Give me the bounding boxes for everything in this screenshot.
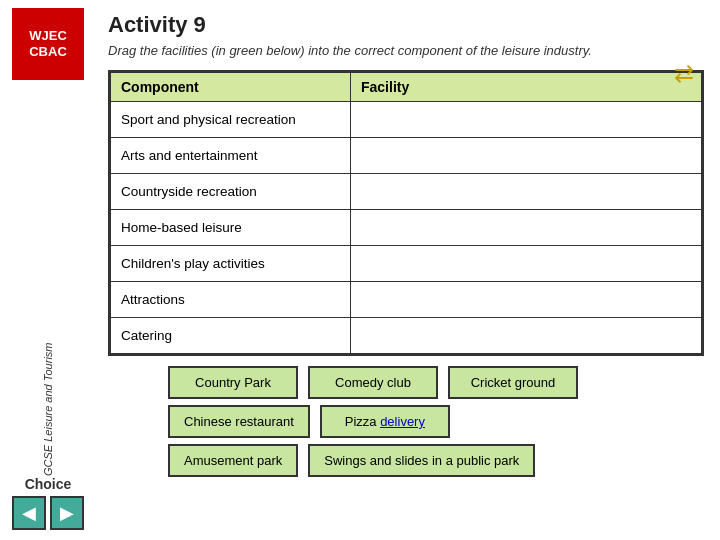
drag-item-pizza-delivery[interactable]: Pizza delivery [320,405,450,438]
drag-item-chinese-restaurant[interactable]: Chinese restaurant [168,405,310,438]
drag-item-comedy-club[interactable]: Comedy club [308,366,438,399]
col-facility-header: Facility [351,73,702,102]
subject-label: GCSE Leisure and Tourism [42,96,54,476]
facility-cell-5[interactable] [351,282,702,318]
component-cell-1: Arts and entertainment [111,138,351,174]
nav-arrows: ◀ ▶ [12,496,84,530]
component-cell-5: Attractions [111,282,351,318]
facility-cell-2[interactable] [351,174,702,210]
component-cell-2: Countryside recreation [111,174,351,210]
table-row: Arts and entertainment [111,138,702,174]
table: Component Facility Sport and physical re… [110,72,702,354]
instructions-text: Drag the facilities (in green below) int… [108,42,704,60]
drag-row-1: Country Park Comedy club Cricket ground [168,366,704,399]
component-cell-3: Home-based leisure [111,210,351,246]
logo-text: WJECCBAC [29,28,67,59]
table-row: Attractions [111,282,702,318]
arrow-icon: ⇄ [674,60,694,87]
drag-items-area: Country Park Comedy club Cricket ground … [168,366,704,477]
drag-item-swings-slides[interactable]: Swings and slides in a public park [308,444,535,477]
logo: WJECCBAC [12,8,84,80]
sidebar: WJECCBAC GCSE Leisure and Tourism Choice… [0,0,96,540]
table-row: Countryside recreation [111,174,702,210]
component-cell-4: Children's play activities [111,246,351,282]
facility-cell-1[interactable] [351,138,702,174]
facility-cell-4[interactable] [351,246,702,282]
table-row: Catering [111,318,702,354]
drag-row-2: Chinese restaurant Pizza delivery [168,405,704,438]
main-content: Activity 9 Drag the facilities (in green… [96,0,720,540]
facility-cell-3[interactable] [351,210,702,246]
drag-item-cricket-ground[interactable]: Cricket ground [448,366,578,399]
col-component-header: Component [111,73,351,102]
nav-left-button[interactable]: ◀ [12,496,46,530]
choice-section: Choice ◀ ▶ [12,476,84,530]
table-row: Sport and physical recreation [111,102,702,138]
table-row: Children's play activities [111,246,702,282]
drag-item-country-park[interactable]: Country Park [168,366,298,399]
nav-icon[interactable]: ⇄ [674,60,710,96]
table-row: Home-based leisure [111,210,702,246]
drag-row-3: Amusement park Swings and slides in a pu… [168,444,704,477]
choice-label: Choice [25,476,72,492]
page-title: Activity 9 [108,12,704,38]
facility-cell-6[interactable] [351,318,702,354]
component-cell-6: Catering [111,318,351,354]
nav-right-button[interactable]: ▶ [50,496,84,530]
pizza-link-text: delivery [380,414,425,429]
component-cell-0: Sport and physical recreation [111,102,351,138]
drag-item-amusement-park[interactable]: Amusement park [168,444,298,477]
facility-cell-0[interactable] [351,102,702,138]
components-table: Component Facility Sport and physical re… [108,70,704,356]
